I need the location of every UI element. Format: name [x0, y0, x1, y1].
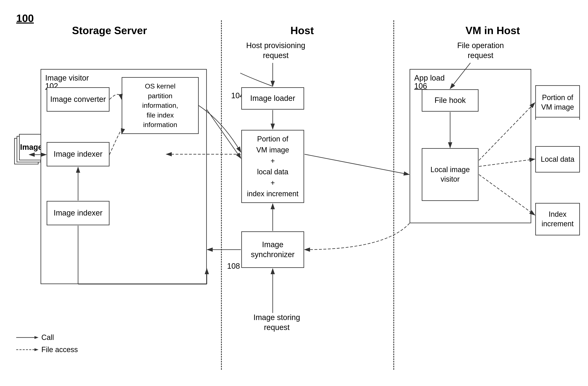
image-storing-label: Image storingrequest: [225, 313, 329, 333]
legend-call: Call: [16, 333, 78, 342]
header-storage-server: Storage Server: [26, 24, 193, 37]
figure-label: 100: [16, 12, 34, 24]
label-108: 108: [227, 262, 240, 271]
host-provisioning-label: Host provisioningrequest: [235, 41, 316, 61]
legend: Call File access: [16, 333, 78, 358]
diagram: 100 Storage Server Host VM in Host Image…: [0, 0, 588, 386]
portion-vm-doc: Portion ofVM image: [535, 85, 580, 120]
svg-line-8: [207, 110, 241, 158]
divider-2: [393, 20, 394, 370]
header-host: Host: [231, 24, 373, 37]
index-increment-doc: Indexincrement: [535, 203, 580, 235]
svg-marker-1: [35, 336, 39, 339]
image-loader-box: Image loader: [241, 87, 304, 110]
divider-1: [221, 20, 222, 370]
image-converter-box: Image converter: [47, 87, 109, 112]
legend-call-label: Call: [41, 333, 54, 342]
image-indexer2-box: Image indexer: [47, 201, 109, 225]
image-indexer1-box: Image indexer: [47, 142, 109, 166]
legend-file-access: File access: [16, 345, 78, 354]
header-vm-in-host: VM in Host: [410, 24, 576, 37]
os-kernel-box: OS kernelpartitioninformation,file index…: [122, 77, 199, 134]
local-image-visitor-box: Local imagevisitor: [422, 148, 479, 201]
file-hook-box: File hook: [422, 89, 479, 112]
image-synchronizer-box: Imagesynchronizer: [241, 231, 304, 268]
legend-file-access-label: File access: [41, 345, 78, 354]
local-data-doc: Local data: [535, 146, 580, 173]
svg-marker-3: [35, 348, 39, 351]
portion-vm-box: Portion ofVM image+local data+index incr…: [241, 130, 304, 203]
file-operation-label: File operationrequest: [436, 41, 525, 61]
